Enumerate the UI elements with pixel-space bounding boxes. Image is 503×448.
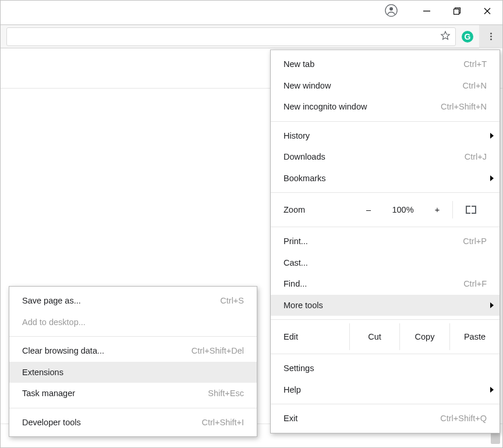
menu-item-label: Cast... xyxy=(284,258,487,267)
toolbar-actions: G xyxy=(456,25,502,48)
chevron-right-icon xyxy=(490,175,494,181)
menu-item-shortcut: Ctrl+Shift+N xyxy=(441,102,487,111)
zoom-in-button[interactable]: + xyxy=(422,196,452,223)
menu-item-shortcut: Ctrl+S xyxy=(220,296,244,305)
menu-settings[interactable]: Settings xyxy=(271,358,500,379)
menu-item-label: Find... xyxy=(284,279,444,288)
menu-separator xyxy=(271,404,500,404)
omnibox[interactable] xyxy=(6,27,456,46)
svg-point-1 xyxy=(389,7,393,10)
star-icon[interactable] xyxy=(440,30,451,43)
menu-separator xyxy=(271,319,500,320)
window-titlebar xyxy=(1,1,502,22)
menu-item-shortcut: Shift+Esc xyxy=(208,389,244,398)
menu-more-tools[interactable]: More tools xyxy=(271,295,500,316)
menu-save-page[interactable]: Save page as... Ctrl+S xyxy=(9,290,257,312)
menu-zoom: Zoom – 100% + xyxy=(271,196,500,223)
menu-item-shortcut: Ctrl+T xyxy=(463,59,487,69)
svg-marker-7 xyxy=(441,31,449,40)
menu-item-label: Help xyxy=(284,385,487,394)
vertical-dots-icon xyxy=(490,31,492,41)
menu-new-incognito[interactable]: New incognito window Ctrl+Shift+N xyxy=(271,96,500,118)
menu-item-shortcut: Ctrl+Shift+Q xyxy=(440,414,487,423)
menu-item-label: Bookmarks xyxy=(284,174,487,183)
menu-developer-tools[interactable]: Developer tools Ctrl+Shift+I xyxy=(9,412,257,433)
chevron-right-icon xyxy=(490,302,494,308)
menu-item-label: Exit xyxy=(284,414,420,423)
profile-icon[interactable] xyxy=(385,4,398,19)
window-maximize-button[interactable] xyxy=(442,1,472,22)
menu-item-shortcut: Ctrl+J xyxy=(465,152,487,161)
window-close-button[interactable] xyxy=(472,1,502,22)
zoom-level-value: 100% xyxy=(384,205,422,214)
menu-item-label: Developer tools xyxy=(22,418,182,427)
menu-new-window[interactable]: New window Ctrl+N xyxy=(271,75,500,97)
menu-item-shortcut: Ctrl+Shift+I xyxy=(201,418,244,427)
menu-separator xyxy=(9,336,257,337)
menu-item-label: Task manager xyxy=(22,389,188,398)
fullscreen-button[interactable] xyxy=(453,206,489,214)
menu-item-label: Save page as... xyxy=(22,296,200,305)
window-controls xyxy=(412,1,502,22)
fullscreen-icon xyxy=(466,206,476,214)
menu-help[interactable]: Help xyxy=(271,379,500,401)
menu-edit: Edit Cut Copy Paste xyxy=(271,323,500,350)
more-tools-submenu: Save page as... Ctrl+S Add to desktop...… xyxy=(9,286,257,437)
menu-item-label: New incognito window xyxy=(284,102,421,111)
menu-item-shortcut: Ctrl+P xyxy=(463,237,487,246)
chrome-menu: New tab Ctrl+T New window Ctrl+N New inc… xyxy=(270,50,500,433)
browser-toolbar: G xyxy=(1,25,502,48)
menu-separator xyxy=(271,227,500,227)
edit-paste-button[interactable]: Paste xyxy=(449,323,500,350)
customize-menu-button[interactable] xyxy=(479,25,502,48)
menu-separator xyxy=(9,408,257,408)
zoom-out-button[interactable]: – xyxy=(353,196,384,223)
edit-cut-button[interactable]: Cut xyxy=(349,323,399,350)
menu-item-label: Downloads xyxy=(284,152,445,161)
menu-item-shortcut: Ctrl+F xyxy=(463,279,487,288)
menu-clear-browsing-data[interactable]: Clear browsing data... Ctrl+Shift+Del xyxy=(9,340,257,362)
menu-item-label: Edit xyxy=(271,323,349,350)
menu-item-label: Extensions xyxy=(22,368,244,377)
menu-item-label: New window xyxy=(284,81,443,90)
menu-item-shortcut: Ctrl+N xyxy=(463,81,487,90)
menu-separator xyxy=(271,121,500,122)
menu-new-tab[interactable]: New tab Ctrl+T xyxy=(271,54,500,75)
chevron-right-icon xyxy=(490,133,494,139)
menu-add-to-desktop: Add to desktop... xyxy=(9,312,257,333)
menu-task-manager[interactable]: Task manager Shift+Esc xyxy=(9,383,257,404)
menu-separator xyxy=(271,192,500,193)
menu-item-shortcut: Ctrl+Shift+Del xyxy=(192,346,244,355)
menu-history[interactable]: History xyxy=(271,125,500,147)
menu-item-label: Add to desktop... xyxy=(22,318,244,327)
menu-extensions[interactable]: Extensions xyxy=(9,362,257,383)
grammarly-icon: G xyxy=(462,31,473,43)
extension-grammarly-button[interactable]: G xyxy=(456,25,479,48)
menu-cast[interactable]: Cast... xyxy=(271,252,500,274)
chevron-right-icon xyxy=(490,387,494,393)
menu-item-label: Zoom xyxy=(284,205,353,214)
menu-downloads[interactable]: Downloads Ctrl+J xyxy=(271,146,500,168)
menu-print[interactable]: Print... Ctrl+P xyxy=(271,231,500,252)
svg-rect-4 xyxy=(454,9,459,15)
menu-item-label: Clear browsing data... xyxy=(22,346,172,355)
menu-item-label: Settings xyxy=(284,364,487,373)
window-minimize-button[interactable] xyxy=(412,1,442,22)
menu-item-label: More tools xyxy=(284,301,487,310)
menu-item-label: Print... xyxy=(284,237,443,246)
menu-find[interactable]: Find... Ctrl+F xyxy=(271,273,500,295)
menu-bookmarks[interactable]: Bookmarks xyxy=(271,168,500,189)
menu-separator xyxy=(271,354,500,354)
edit-copy-button[interactable]: Copy xyxy=(399,323,449,350)
menu-exit[interactable]: Exit Ctrl+Shift+Q xyxy=(271,408,500,429)
menu-item-label: New tab xyxy=(284,59,444,69)
menu-item-label: History xyxy=(284,131,487,140)
omnibox-container xyxy=(6,25,456,48)
